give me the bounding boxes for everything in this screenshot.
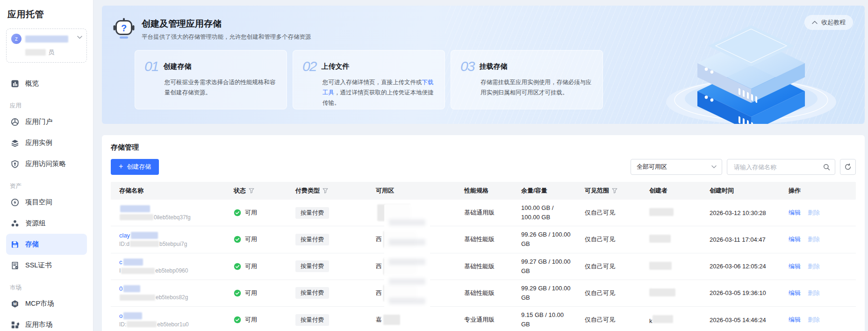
sidebar-item-storage[interactable]: 存储 <box>6 234 87 255</box>
sidebar-item-mcp-market[interactable]: M MCP市场 <box>6 293 87 314</box>
search-icon[interactable] <box>823 164 830 171</box>
spec-cell: 基础性能版 <box>456 259 513 274</box>
table-column-header: 创建者 <box>641 187 702 195</box>
spec-cell: 基础性能版 <box>456 285 513 301</box>
capacity-cell: 9.15 GB / 10.00 GB <box>513 307 577 331</box>
table-body: 0ileb5tebq37fg 可用 按量付费 基础通用版 100.00 GB /… <box>111 200 856 331</box>
chevron-down-icon[interactable] <box>77 36 82 39</box>
billing-type-tag: 按量付费 <box>295 287 329 299</box>
edit-link[interactable]: 编辑 <box>789 289 801 297</box>
sidebar-item-label: 应用市场 <box>25 320 52 329</box>
sidebar-item-project-space[interactable]: 项目空间 <box>6 192 87 213</box>
refresh-button[interactable] <box>840 159 856 175</box>
sidebar-item-label: 应用访问策略 <box>25 159 66 168</box>
plus-icon: + <box>119 163 123 170</box>
delete-link[interactable]: 删除 <box>808 235 820 244</box>
portal-icon <box>11 118 19 126</box>
tutorial-subtitle: 平台提供了强大的存储管理功能，允许您创建和管理多个存储资源 <box>142 33 311 41</box>
app-title: 应用托管 <box>7 8 86 21</box>
created-time-cell: 2026-03-12 10:30:28 <box>702 206 781 220</box>
step-description: 您可根据业务需求选择合适的性能规格和容量创建存储资源。 <box>165 78 278 98</box>
edit-link[interactable]: 编辑 <box>789 262 801 271</box>
delete-link[interactable]: 删除 <box>808 209 820 217</box>
delete-link[interactable]: 删除 <box>808 289 820 297</box>
sidebar-item-label: 应用实例 <box>25 138 52 147</box>
filter-icon[interactable] <box>249 188 254 194</box>
layers-icon <box>11 139 19 147</box>
status-cell: 可用 <box>226 205 287 221</box>
robot-help-icon: ? <box>113 17 135 40</box>
table-column-header: 付费类型 <box>287 187 368 195</box>
billing-type-tag: 按量付费 <box>295 234 329 245</box>
step-number: 01 <box>144 59 158 73</box>
workspace-role-redacted <box>25 49 46 56</box>
az-filter-select[interactable]: 全部可用区 <box>631 159 722 175</box>
step-title: 上传文件 <box>321 62 349 71</box>
filter-icon[interactable] <box>612 188 617 194</box>
spec-cell: 专业通用版 <box>456 312 513 328</box>
sidebar-item-label: 存储 <box>25 240 39 249</box>
storage-name-link[interactable]: c <box>119 259 221 266</box>
created-time-cell: 2026-03-11 17:04:47 <box>702 232 781 247</box>
panel-title: 存储管理 <box>111 143 856 152</box>
status-ok-icon <box>234 209 241 216</box>
table-column-header: 余量/容量 <box>513 187 577 195</box>
chevron-down-icon <box>711 165 717 169</box>
capacity-cell: 100.00 GB / 100.00 GB <box>513 200 577 226</box>
table-column-header: 性能规格 <box>456 187 513 195</box>
collapse-tutorial-button[interactable]: 收起教程 <box>804 15 853 30</box>
edit-link[interactable]: 编辑 <box>789 235 801 244</box>
tutorial-step-card: 02 上传文件 您可进入存储详情页，直接上传文件或下载工具，通过详情页获取的上传… <box>293 50 445 109</box>
bar-chart-icon <box>11 79 19 88</box>
step-number: 02 <box>302 59 316 73</box>
storage-name-link[interactable]: o <box>119 312 221 319</box>
storage-name-link[interactable]: clay <box>119 232 221 239</box>
edit-link[interactable]: 编辑 <box>789 316 801 324</box>
status-ok-icon <box>234 316 241 324</box>
workspace-name-redacted <box>25 36 68 43</box>
step-description: 存储需挂载至应用实例使用，存储必须与应用实例归属相同可用区才可挂载。 <box>481 78 594 98</box>
sidebar-item-app-portal[interactable]: 应用门户 <box>6 111 87 132</box>
page: 应用托管 z 员 概览 应用 应用门户 应用实例 <box>0 0 868 331</box>
billing-type-tag: 按量付费 <box>295 314 329 326</box>
delete-link[interactable]: 删除 <box>808 262 820 271</box>
sidebar-item-label: MCP市场 <box>25 299 54 308</box>
edit-link[interactable]: 编辑 <box>789 209 801 217</box>
delete-link[interactable]: 删除 <box>808 316 820 324</box>
sidebar-item-resource-group[interactable]: 资源组 <box>6 213 87 234</box>
sidebar-item-overview[interactable]: 概览 <box>6 73 87 94</box>
table-header: 存储名称 状态 付费类型 可用区 性能规格 余量/容量 <box>111 182 856 200</box>
storage-search-input[interactable] <box>733 163 823 171</box>
storage-id: Ieb5tebp0960 <box>119 267 221 274</box>
svg-text:M: M <box>13 302 17 306</box>
capacity-cell: 99.27 GB / 100.00 GB <box>513 253 577 280</box>
sidebar-item-access-policy[interactable]: 应用访问策略 <box>6 153 87 174</box>
storage-table: 存储名称 状态 付费类型 可用区 性能规格 余量/容量 <box>111 182 856 331</box>
sidebar-item-label: 应用门户 <box>25 117 52 126</box>
capacity-cell: 99.26 GB / 100.00 GB <box>513 226 577 252</box>
filter-icon[interactable] <box>323 188 328 194</box>
sidebar-item-label: 项目空间 <box>25 198 52 207</box>
create-storage-button[interactable]: + 创建存储 <box>111 159 159 175</box>
sidebar-item-ssl-cert[interactable]: SSL证书 <box>6 255 87 276</box>
sidebar-item-app-market[interactable]: 应用市场 <box>6 314 87 331</box>
table-column-header: 存储名称 <box>111 187 226 195</box>
table-row: 0ileb5tebq37fg 可用 按量付费 基础通用版 100.00 GB /… <box>111 200 856 226</box>
creator-cell <box>641 285 702 302</box>
tutorial-steps: 01 创建存储 您可根据业务需求选择合适的性能规格和容量创建存储资源。 02 上… <box>135 50 865 109</box>
visibility-cell: 仅自己可见 <box>577 259 641 274</box>
status-cell: 可用 <box>226 285 287 301</box>
sidebar-group-label: 资产 <box>10 182 83 190</box>
storage-id: 0ileb5tebq37fg <box>119 214 221 221</box>
visibility-cell: 仅自己可见 <box>577 231 641 247</box>
billing-type-tag: 按量付费 <box>295 207 329 219</box>
storage-name-link[interactable]: 0 <box>119 285 221 292</box>
sidebar-item-app-instance[interactable]: 应用实例 <box>6 132 87 153</box>
floppy-icon <box>11 240 19 249</box>
creator-cell <box>641 258 702 275</box>
storage-name-link[interactable] <box>119 205 221 212</box>
workspace-selector[interactable]: z 员 <box>6 29 87 63</box>
cluster-icon <box>11 219 19 228</box>
sidebar-item-label: 资源组 <box>25 219 46 228</box>
tutorial-step-card: 03 挂载存储 存储需挂载至应用实例使用，存储必须与应用实例归属相同可用区才可挂… <box>451 50 603 109</box>
